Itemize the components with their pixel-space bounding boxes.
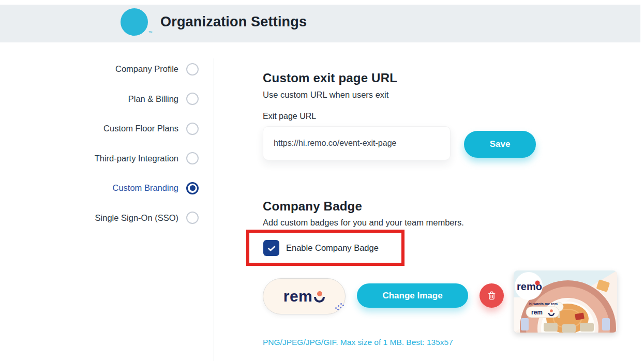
change-image-button[interactable]: Change Image [357, 283, 468, 308]
confetti-dots-decoration [335, 307, 337, 309]
sidebar-item-label: Company Profile [115, 64, 178, 74]
remo-smile-o-icon [314, 291, 325, 304]
settings-nav: Company Profile Plan & Billing Custom Fl… [0, 54, 214, 233]
radio-icon[interactable] [186, 63, 199, 76]
badge-image-preview: remo hi wants me rem rem [514, 270, 617, 333]
image-requirements-hint: PNG/JPEG/JPG/GIF. Max size of 1 MB. Best… [263, 338, 453, 347]
radio-icon[interactable] [186, 123, 199, 135]
exit-page-url-label: Exit page URL [263, 112, 316, 121]
svg-text:hi wants me rem: hi wants me rem [529, 302, 558, 306]
trash-icon [486, 290, 497, 301]
organization-settings-page: ™ Organization Settings Company Profile … [0, 0, 644, 361]
sidebar-item-plan-billing[interactable]: Plan & Billing [0, 84, 214, 114]
delete-badge-button[interactable] [480, 283, 504, 308]
company-badge-section-title: Company Badge [263, 199, 362, 214]
radio-icon[interactable] [186, 93, 199, 105]
radio-icon[interactable] [186, 212, 199, 224]
exit-page-url-input[interactable] [263, 126, 451, 160]
scrollbar-track[interactable] [640, 0, 644, 361]
company-badge-section-subtitle: Add custom badges for you and your team … [263, 218, 464, 228]
sidebar-item-company-profile[interactable]: Company Profile [0, 54, 214, 84]
radio-selected-icon[interactable] [186, 182, 199, 194]
remo-event-illustration: remo hi wants me rem rem [514, 270, 617, 333]
enable-company-badge-label: Enable Company Badge [286, 243, 379, 253]
exit-url-section-title: Custom exit page URL [263, 71, 397, 85]
sidebar-item-label: Single Sign-On (SSO) [95, 213, 178, 223]
check-icon [266, 243, 277, 253]
remo-logo-icon: ™ [121, 8, 148, 36]
sidebar-item-label: Custom Floor Plans [103, 124, 178, 133]
enable-company-badge-checkbox[interactable] [263, 240, 279, 256]
sidebar-item-third-party-integration[interactable]: Third-party Integration [0, 144, 214, 174]
company-badge-preview: rem [263, 278, 346, 314]
svg-text:rem: rem [531, 309, 543, 316]
sidebar-item-custom-branding[interactable]: Custom Branding [0, 173, 214, 203]
trademark-symbol: ™ [148, 31, 153, 35]
sidebar-item-single-sign-on[interactable]: Single Sign-On (SSO) [0, 203, 214, 233]
sidebar-item-label: Third-party Integration [95, 154, 178, 163]
page-title: Organization Settings [160, 14, 307, 30]
sidebar-item-custom-floor-plans[interactable]: Custom Floor Plans [0, 114, 214, 144]
sidebar-divider [214, 58, 214, 361]
page-header: ™ Organization Settings [0, 5, 640, 42]
radio-icon[interactable] [186, 152, 199, 164]
save-button[interactable]: Save [464, 131, 536, 158]
sidebar-item-label: Plan & Billing [128, 94, 178, 104]
wordmark-text: rem [283, 289, 313, 304]
exit-url-section-subtitle: Use custom URL when users exit [263, 90, 388, 100]
remo-wordmark-logo: rem [283, 289, 325, 304]
sidebar-item-label: Custom Branding [113, 183, 178, 193]
